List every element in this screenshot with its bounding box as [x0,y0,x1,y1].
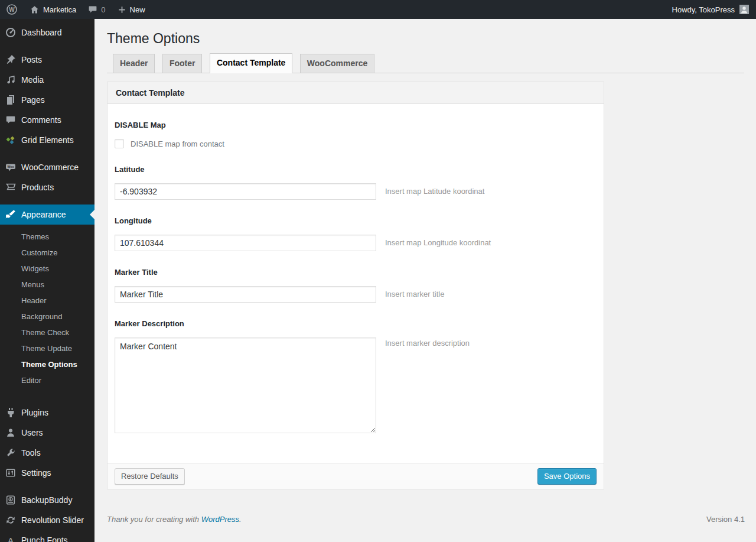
home-icon [30,5,40,15]
sidebar-item-header[interactable]: Header [0,293,94,309]
plugin-icon [0,407,21,418]
new-label: New [130,5,145,14]
sidebar-item-backupbuddy[interactable]: BackupBuddy [0,490,94,510]
svg-text:W: W [9,7,15,13]
grid-elements-icon [0,134,21,146]
woocommerce-icon: Woo [0,161,21,173]
disable-map-checkbox[interactable] [115,139,124,148]
site-name-link[interactable]: Marketica [24,0,82,19]
tab-woocommerce[interactable]: WooCommerce [300,54,374,73]
page-title: Theme Options [107,25,744,53]
site-name: Marketica [43,5,76,14]
panel-title: Contact Template [107,82,604,104]
sidebar-item-pages[interactable]: Pages [0,90,94,110]
svg-text:Woo: Woo [7,165,14,168]
longitude-hint: Insert map Longitude koordinat [385,235,491,247]
sidebar-item-appearance[interactable]: Appearance [0,205,94,225]
latitude-input[interactable] [115,183,376,200]
sidebar-item-theme-options[interactable]: Theme Options [0,356,94,372]
marker-description-field: Marker Description Marker Content Insert… [115,319,597,433]
dashboard-icon [0,27,21,38]
media-icon [0,74,21,86]
appearance-submenu: Themes Customize Widgets Menus Header Ba… [0,225,94,395]
wordpress-logo-menu[interactable]: W [0,0,24,19]
comment-icon [0,115,21,125]
panel-footer: Restore Defaults Save Options [107,463,604,489]
disable-map-label: DISABLE Map [115,121,597,129]
main-content: Theme Options Header Footer Contact Temp… [94,19,756,542]
brush-icon [0,209,21,220]
marker-title-label: Marker Title [115,268,597,277]
sidebar-item-widgets[interactable]: Widgets [0,261,94,277]
wordpress-link[interactable]: WordPress [201,515,239,524]
sidebar-item-punch-fonts[interactable]: A Punch Fonts [0,530,94,542]
footer-version: Version 4.1 [706,515,745,524]
comments-shortcut[interactable]: 0 [82,0,111,19]
longitude-field: Longitude Insert map Longitude koordinat [115,216,597,251]
howdy-account-menu[interactable]: Howdy, TokoPress [672,5,735,14]
cart-icon [0,181,21,193]
sidebar-item-menus[interactable]: Menus [0,277,94,293]
sidebar-item-users[interactable]: Users [0,423,94,443]
sidebar-item-plugins[interactable]: Plugins [0,403,94,423]
admin-sidebar: Dashboard Posts Media Pages Comments [0,19,94,542]
letter-a-icon: A [0,535,21,542]
comments-count: 0 [101,5,105,14]
sidebar-item-theme-check[interactable]: Theme Check [0,324,94,340]
sidebar-item-woocommerce[interactable]: Woo WooCommerce [0,157,94,177]
marker-title-hint: Insert marker title [385,286,444,298]
pushpin-icon [0,54,21,66]
sidebar-item-grid-elements[interactable]: Grid Elements [0,130,94,150]
pages-icon [0,94,21,106]
restore-defaults-button[interactable]: Restore Defaults [115,468,185,485]
disable-map-checkbox-label[interactable]: DISABLE map from contact [131,139,224,148]
longitude-input[interactable] [115,235,376,251]
sidebar-item-comments[interactable]: Comments [0,110,94,130]
marker-description-hint: Insert marker description [385,337,470,348]
marker-description-textarea[interactable]: Marker Content [115,337,376,433]
sidebar-item-settings[interactable]: Settings [0,463,94,483]
tab-contact-template[interactable]: Contact Template [210,53,292,73]
sidebar-item-posts[interactable]: Posts [0,50,94,70]
latitude-label: Latitude [115,165,597,174]
avatar[interactable] [739,5,749,14]
marker-description-label: Marker Description [115,319,597,328]
marker-title-input[interactable] [115,286,376,303]
tab-bar: Header Footer Contact Template WooCommer… [107,53,744,73]
sidebar-item-background[interactable]: Background [0,309,94,324]
refresh-icon [0,515,21,525]
save-options-button[interactable]: Save Options [537,468,597,485]
wordpress-logo-icon: W [6,4,18,15]
latitude-field: Latitude Insert map Latitude koordinat [115,165,597,200]
admin-bar: W Marketica 0 New Howdy, TokoPress [0,0,756,19]
user-icon [0,427,21,438]
backup-icon [0,495,21,505]
sidebar-item-themes[interactable]: Themes [0,229,94,245]
comment-bubble-icon [88,5,97,14]
sidebar-item-theme-update[interactable]: Theme Update [0,340,94,356]
longitude-label: Longitude [115,216,597,225]
wrench-icon [0,447,21,458]
panel-body: DISABLE Map DISABLE map from contact Lat… [107,104,604,463]
plus-icon [118,5,126,14]
footer-thanks: Thank you for creating with WordPress. [107,515,242,524]
sidebar-item-products[interactable]: Products [0,177,94,197]
disable-map-field: DISABLE Map DISABLE map from contact [115,121,597,148]
contact-template-panel: Contact Template DISABLE Map DISABLE map… [107,82,604,489]
sidebar-item-revolution-slider[interactable]: Revolution Slider [0,510,94,530]
sidebar-item-editor[interactable]: Editor [0,372,94,388]
sidebar-item-customize[interactable]: Customize [0,245,94,261]
new-content-menu[interactable]: New [112,0,151,19]
sidebar-item-dashboard[interactable]: Dashboard [0,22,94,43]
tab-header[interactable]: Header [113,54,155,73]
settings-icon [0,468,21,478]
sidebar-item-tools[interactable]: Tools [0,443,94,463]
tab-footer[interactable]: Footer [162,54,203,73]
sidebar-item-media[interactable]: Media [0,70,94,90]
marker-title-field: Marker Title Insert marker title [115,268,597,303]
admin-footer: Thank you for creating with WordPress. V… [107,515,745,524]
latitude-hint: Insert map Latitude koordinat [385,183,484,196]
